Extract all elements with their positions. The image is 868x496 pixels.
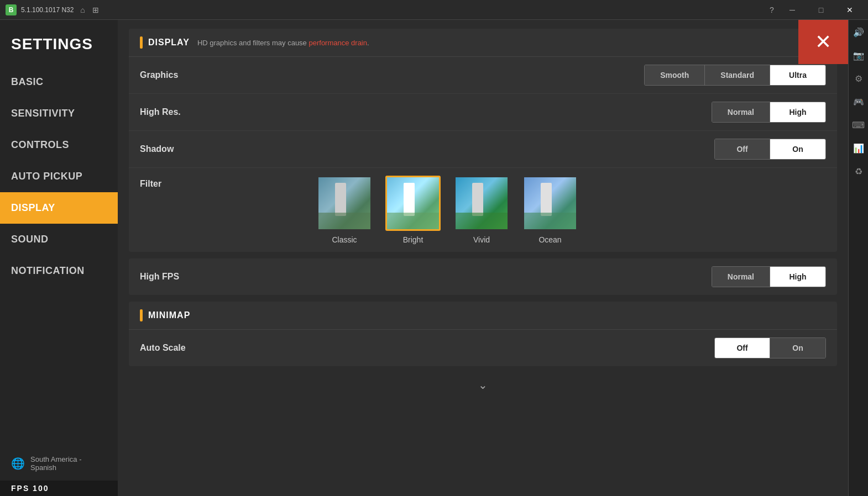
- filter-bright-image: [387, 177, 439, 229]
- shadow-options: Off On: [714, 139, 826, 160]
- minimap-section: MINIMAP Auto Scale Off On: [129, 302, 837, 366]
- highres-row: High Res. Normal High: [129, 94, 837, 131]
- graphics-smooth[interactable]: Smooth: [645, 65, 705, 85]
- filter-classic-thumb: [317, 176, 372, 231]
- filter-vivid-thumb: [454, 176, 509, 231]
- graphics-row: Graphics Smooth Standard Ultra: [129, 57, 837, 94]
- shadow-label: Shadow: [140, 144, 174, 154]
- filter-ocean-label: Ocean: [538, 235, 561, 244]
- shadow-on[interactable]: On: [770, 139, 825, 159]
- display-section: DISPLAY HD graphics and filters may caus…: [129, 29, 837, 252]
- highres-label: High Res.: [140, 107, 181, 117]
- main-layout: SETTINGS BASIC SENSITIVITY CONTROLS AUTO…: [0, 20, 868, 496]
- autoscale-options: Off On: [714, 337, 826, 358]
- shadow-off[interactable]: Off: [715, 139, 770, 159]
- settings-icon[interactable]: ⚙: [852, 72, 865, 85]
- window-controls: ? ─ □ ✕: [767, 0, 862, 20]
- sidebar-item-basic[interactable]: BASIC: [0, 66, 118, 98]
- minimap-section-title: MINIMAP: [148, 310, 190, 320]
- filter-ocean[interactable]: Ocean: [522, 176, 578, 244]
- autoscale-label: Auto Scale: [140, 343, 186, 353]
- sidebar-item-notification[interactable]: NOTIFICATION: [0, 255, 118, 287]
- filter-bright-label: Bright: [403, 235, 423, 244]
- volume-icon[interactable]: 🔊: [852, 25, 865, 39]
- scroll-indicator: ⌄: [129, 373, 837, 397]
- display-section-subtitle: HD graphics and filters may cause perfor…: [197, 39, 369, 47]
- sidebar-item-display[interactable]: DISPLAY: [0, 192, 118, 224]
- language-selector[interactable]: 🌐 South America - Spanish: [0, 446, 118, 481]
- filter-ocean-thumb: [522, 176, 578, 231]
- content-area: DISPLAY HD graphics and filters may caus…: [118, 20, 848, 496]
- section-accent: [140, 36, 143, 49]
- sidebar-item-autopickup[interactable]: AUTO PICKUP: [0, 161, 118, 192]
- filter-bright-thumb: [385, 176, 441, 231]
- sidebar: SETTINGS BASIC SENSITIVITY CONTROLS AUTO…: [0, 20, 118, 496]
- graphics-ultra[interactable]: Ultra: [770, 65, 825, 85]
- display-section-title: DISPLAY: [148, 38, 190, 48]
- highfps-row: High FPS Normal High: [129, 258, 837, 295]
- bluestacks-logo: B: [6, 4, 17, 15]
- display-section-header: DISPLAY HD graphics and filters may caus…: [129, 29, 837, 57]
- graphics-options: Smooth Standard Ultra: [644, 65, 826, 86]
- multi-instance-icon[interactable]: ⊞: [91, 6, 100, 14]
- macro-icon[interactable]: ⌨: [852, 118, 865, 131]
- filter-classic-image: [318, 177, 370, 229]
- highfps-normal[interactable]: Normal: [712, 267, 770, 287]
- highres-options: Normal High: [712, 102, 826, 123]
- app-version: 5.1.100.1017 N32: [21, 6, 74, 14]
- screenshot-icon[interactable]: 📷: [852, 49, 865, 62]
- sidebar-item-controls[interactable]: CONTROLS: [0, 129, 118, 161]
- filter-options: Classic Bright Vivid: [317, 176, 578, 244]
- highres-high[interactable]: High: [770, 102, 825, 122]
- highfps-label: High FPS: [140, 272, 179, 282]
- highfps-options: Normal High: [712, 266, 826, 287]
- graphics-standard[interactable]: Standard: [705, 65, 770, 85]
- close-button[interactable]: ✕: [837, 0, 862, 20]
- minimap-section-header: MINIMAP: [129, 302, 837, 330]
- sidebar-item-sensitivity[interactable]: SENSITIVITY: [0, 98, 118, 129]
- chevron-down-icon: ⌄: [478, 378, 488, 392]
- minimize-button[interactable]: ─: [780, 0, 805, 20]
- gamepad-icon[interactable]: 🎮: [852, 95, 865, 108]
- filter-label: Filter: [140, 176, 206, 189]
- filter-classic[interactable]: Classic: [317, 176, 372, 244]
- filter-bright[interactable]: Bright: [385, 176, 441, 244]
- autoscale-on[interactable]: On: [770, 338, 825, 358]
- filter-ocean-image: [524, 177, 576, 229]
- globe-icon: 🌐: [11, 457, 25, 470]
- filter-classic-label: Classic: [332, 235, 357, 244]
- filter-vivid-label: Vivid: [473, 235, 490, 244]
- settings-title: SETTINGS: [0, 20, 118, 66]
- help-icon[interactable]: ?: [767, 6, 776, 14]
- fps-display: FPS 100: [0, 481, 118, 496]
- autoscale-off[interactable]: Off: [715, 338, 770, 358]
- performance-icon[interactable]: 📊: [852, 141, 865, 155]
- highfps-section: High FPS Normal High: [129, 258, 837, 295]
- filter-vivid-image: [456, 177, 508, 229]
- game-close-button[interactable]: ✕: [798, 20, 848, 64]
- minimap-accent: [140, 309, 143, 321]
- highres-normal[interactable]: Normal: [712, 102, 770, 122]
- title-bar: B 5.1.100.1017 N32 ⌂ ⊞ ? ─ □ ✕: [0, 0, 868, 20]
- shadow-row: Shadow Off On: [129, 131, 837, 168]
- title-bar-left: B 5.1.100.1017 N32 ⌂ ⊞: [6, 4, 100, 15]
- highfps-high[interactable]: High: [770, 267, 825, 287]
- filter-row: Filter Classic Bright: [129, 168, 837, 252]
- language-label: South America - Spanish: [30, 455, 107, 472]
- sidebar-item-sound[interactable]: SOUND: [0, 224, 118, 255]
- home-icon[interactable]: ⌂: [78, 6, 87, 14]
- filter-vivid[interactable]: Vivid: [454, 176, 509, 244]
- close-x-icon: ✕: [815, 30, 832, 54]
- right-sidebar: 🔊 📷 ⚙ 🎮 ⌨ 📊 ♻: [848, 20, 868, 496]
- autoscale-row: Auto Scale Off On: [129, 330, 837, 366]
- eco-icon[interactable]: ♻: [852, 165, 865, 178]
- graphics-label: Graphics: [140, 70, 178, 80]
- maximize-button[interactable]: □: [808, 0, 834, 20]
